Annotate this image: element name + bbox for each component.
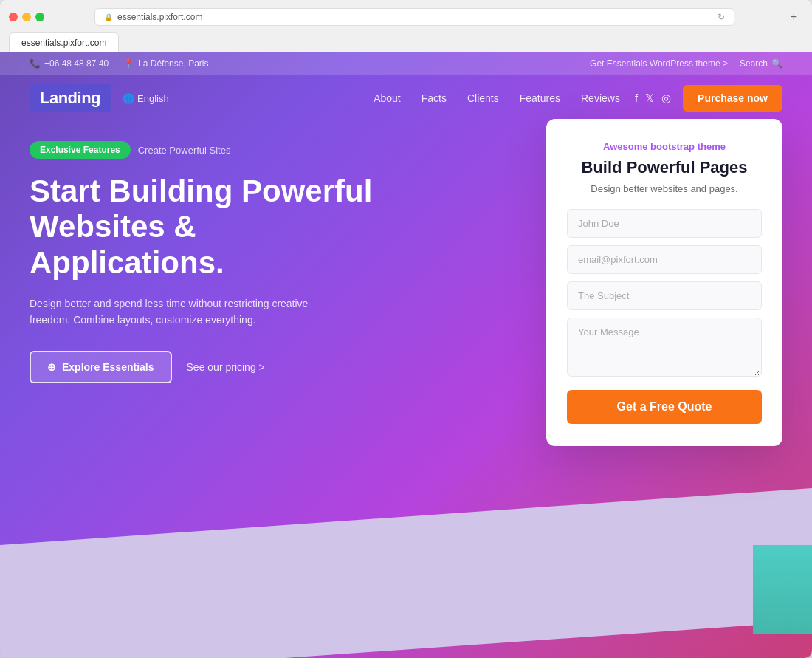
top-section: 📞 +06 48 48 87 40 📍 La Défense, Paris Ge… (0, 52, 812, 122)
hero-section: 📞 +06 48 48 87 40 📍 La Défense, Paris Ge… (0, 52, 812, 658)
name-input[interactable] (567, 209, 762, 238)
address-bar[interactable]: 🔒 essentials.pixfort.com ↻ (94, 8, 734, 26)
hero-left: Exclusive Features Create Powerful Sites… (30, 126, 517, 383)
nav-logo[interactable]: Landing (30, 84, 111, 112)
compass-icon: ⊕ (47, 361, 56, 373)
minimize-dot[interactable] (22, 13, 31, 21)
refresh-icon[interactable]: ↻ (718, 12, 725, 22)
browser-tab[interactable]: essentials.pixfort.com (9, 32, 119, 52)
maximize-dot[interactable] (35, 13, 44, 21)
email-input[interactable] (567, 245, 762, 274)
location-contact: 📍 La Défense, Paris (123, 58, 208, 69)
language-label: English (137, 93, 169, 104)
phone-icon: 📞 (30, 58, 41, 69)
url-text: essentials.pixfort.com (117, 12, 202, 22)
nav-facts[interactable]: Facts (422, 92, 447, 104)
top-bar: 📞 +06 48 48 87 40 📍 La Défense, Paris Ge… (0, 52, 812, 75)
pricing-link[interactable]: See our pricing > (187, 361, 265, 373)
new-tab-button[interactable]: + (785, 7, 803, 27)
hero-actions: ⊕ Explore Essentials See our pricing > (30, 351, 517, 383)
phone-number: +06 48 48 87 40 (44, 58, 109, 69)
top-bar-left: 📞 +06 48 48 87 40 📍 La Défense, Paris (30, 58, 208, 69)
purchase-button[interactable]: Purchase now (683, 85, 782, 112)
search-label: Search (740, 58, 768, 69)
form-description: Design better websites and pages. (567, 183, 762, 194)
location-icon: 📍 (123, 58, 134, 69)
nav-reviews[interactable]: Reviews (581, 92, 620, 104)
explore-button[interactable]: ⊕ Explore Essentials (30, 351, 172, 383)
location-text: La Défense, Paris (138, 58, 208, 69)
essentials-link[interactable]: Get Essentials WordPress theme > (590, 58, 728, 69)
nav-social: f 𝕏 ◎ (635, 92, 671, 105)
facebook-icon[interactable]: f (635, 92, 638, 105)
website-content: 📞 +06 48 48 87 40 📍 La Défense, Paris Ge… (0, 52, 812, 658)
subject-input[interactable] (567, 281, 762, 310)
message-textarea[interactable] (567, 318, 762, 377)
phone-contact: 📞 +06 48 48 87 40 (30, 58, 109, 69)
form-subtitle: Awesome bootstrap theme (567, 141, 762, 152)
hero-badges: Exclusive Features Create Powerful Sites (30, 141, 517, 159)
nav-features[interactable]: Features (520, 92, 560, 104)
search-icon: 🔍 (771, 58, 782, 69)
browser-dots (9, 13, 44, 21)
close-dot[interactable] (9, 13, 18, 21)
badge-exclusive: Exclusive Features (30, 141, 131, 159)
nav-about[interactable]: About (374, 92, 401, 104)
hero-title: Start Building Powerful Websites & Appli… (30, 174, 384, 281)
nav-clients[interactable]: Clients (467, 92, 499, 104)
form-title: Build Powerful Pages (567, 158, 762, 177)
search-top[interactable]: Search 🔍 (740, 58, 782, 69)
twitter-icon[interactable]: 𝕏 (645, 92, 654, 105)
badge-create: Create Powerful Sites (138, 145, 231, 156)
instagram-icon[interactable]: ◎ (661, 92, 671, 105)
globe-icon: 🌐 (123, 93, 134, 104)
nav-language[interactable]: 🌐 English (123, 93, 169, 104)
navbar: Landing 🌐 English About Facts Clients Fe… (0, 75, 812, 122)
submit-button[interactable]: Get a Free Quote (567, 390, 762, 424)
top-bar-right: Get Essentials WordPress theme > Search … (590, 58, 782, 69)
hero-description: Design better and spend less time withou… (30, 295, 325, 329)
teal-accent (753, 545, 812, 634)
lock-icon: 🔒 (104, 13, 113, 21)
browser-chrome: 🔒 essentials.pixfort.com ↻ + essentials.… (0, 0, 812, 52)
browser-window: 🔒 essentials.pixfort.com ↻ + essentials.… (0, 0, 812, 658)
contact-form-card: Awesome bootstrap theme Build Powerful P… (546, 119, 782, 446)
nav-links: About Facts Clients Features Reviews (374, 92, 620, 104)
explore-label: Explore Essentials (62, 361, 154, 373)
